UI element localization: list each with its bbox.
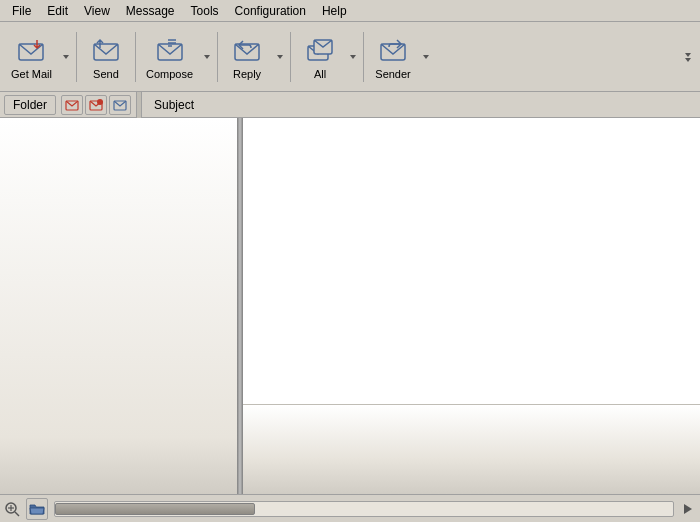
sender-dropdown-arrow[interactable] xyxy=(419,27,433,87)
menu-configuration[interactable]: Configuration xyxy=(227,2,314,20)
menu-bar: File Edit View Message Tools Configurati… xyxy=(0,0,700,22)
menu-edit[interactable]: Edit xyxy=(39,2,76,20)
toolbar-overflow-button[interactable] xyxy=(680,27,696,87)
folder-unread-button[interactable] xyxy=(85,95,107,115)
folder-button[interactable]: Folder xyxy=(4,95,56,115)
menu-tools[interactable]: Tools xyxy=(183,2,227,20)
toolbar-separator-1 xyxy=(76,32,77,82)
bottom-bar xyxy=(0,494,700,522)
toolbar-separator-2 xyxy=(135,32,136,82)
reply-group: Reply xyxy=(221,27,287,87)
folder-bar: Folder Subject xyxy=(0,92,700,118)
folder-panel-background xyxy=(0,118,237,494)
reply-label: Reply xyxy=(233,68,261,80)
scroll-right-icon[interactable] xyxy=(678,499,698,519)
sender-group: Sender xyxy=(367,27,433,87)
menu-message[interactable]: Message xyxy=(118,2,183,20)
svg-marker-12 xyxy=(685,53,691,57)
get-mail-dropdown-arrow[interactable] xyxy=(59,27,73,87)
svg-marker-13 xyxy=(685,58,691,62)
all-dropdown-arrow[interactable] xyxy=(346,27,360,87)
reply-button[interactable]: Reply xyxy=(221,27,273,87)
send-label: Send xyxy=(93,68,119,80)
sender-icon xyxy=(377,34,409,66)
compose-group: Compose xyxy=(139,27,214,87)
folder-label: Folder xyxy=(13,98,47,112)
message-preview xyxy=(243,404,700,494)
svg-marker-11 xyxy=(423,55,429,59)
all-label: All xyxy=(314,68,326,80)
reply-icon xyxy=(231,34,263,66)
send-button[interactable]: Send xyxy=(80,27,132,87)
svg-point-16 xyxy=(97,99,103,105)
sender-button[interactable]: Sender xyxy=(367,27,419,87)
right-panel xyxy=(243,118,700,494)
folder-panel xyxy=(0,118,237,494)
menu-file[interactable]: File xyxy=(4,2,39,20)
svg-marker-22 xyxy=(684,504,692,514)
folder-divider xyxy=(136,92,142,118)
menu-view[interactable]: View xyxy=(76,2,118,20)
get-mail-button[interactable]: Get Mail xyxy=(4,27,59,87)
get-mail-label: Get Mail xyxy=(11,68,52,80)
compose-icon xyxy=(154,34,186,66)
folder-compose-button[interactable] xyxy=(109,95,131,115)
toolbar-separator-3 xyxy=(217,32,218,82)
compose-label: Compose xyxy=(146,68,193,80)
menu-help[interactable]: Help xyxy=(314,2,355,20)
folder-read-button[interactable] xyxy=(61,95,83,115)
scrollbar-thumb[interactable] xyxy=(55,503,255,515)
compose-dropdown-arrow[interactable] xyxy=(200,27,214,87)
all-group: All xyxy=(294,27,360,87)
toolbar: Get Mail Send Compo xyxy=(0,22,700,92)
svg-marker-6 xyxy=(277,55,283,59)
all-button[interactable]: All xyxy=(294,27,346,87)
horizontal-scrollbar[interactable] xyxy=(54,501,674,517)
main-area xyxy=(0,118,700,494)
reply-dropdown-arrow[interactable] xyxy=(273,27,287,87)
compose-button[interactable]: Compose xyxy=(139,27,200,87)
svg-marker-1 xyxy=(63,55,69,59)
all-icon xyxy=(304,34,336,66)
toolbar-separator-4 xyxy=(290,32,291,82)
folder-open-icon-button[interactable] xyxy=(26,498,48,520)
toolbar-separator-5 xyxy=(363,32,364,82)
zoom-icon[interactable] xyxy=(2,499,22,519)
subject-label: Subject xyxy=(146,98,194,112)
send-icon xyxy=(90,34,122,66)
get-mail-icon xyxy=(15,34,47,66)
vertical-splitter[interactable] xyxy=(237,118,243,494)
svg-line-19 xyxy=(15,512,19,516)
get-mail-group: Get Mail xyxy=(4,27,73,87)
svg-marker-4 xyxy=(204,55,210,59)
message-list xyxy=(243,118,700,404)
svg-marker-9 xyxy=(350,55,356,59)
sender-label: Sender xyxy=(375,68,410,80)
